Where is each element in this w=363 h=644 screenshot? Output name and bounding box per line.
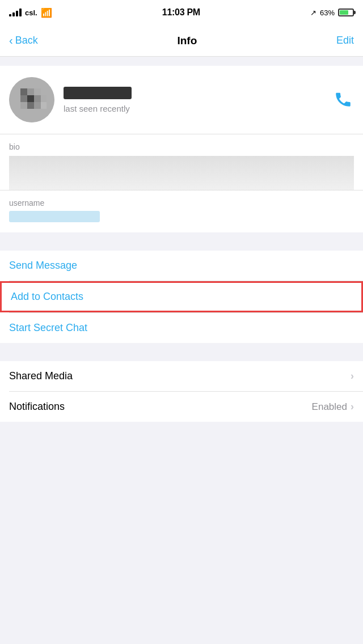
nav-bar: ‹ Back Info Edit <box>0 25 363 57</box>
back-label: Back <box>15 35 38 46</box>
avatar <box>9 77 54 122</box>
svg-rect-10 <box>41 95 47 102</box>
battery-percent: 63% <box>320 9 335 17</box>
profile-left: last seen recently <box>9 77 132 122</box>
start-secret-chat-button[interactable]: Start Secret Chat <box>9 322 87 333</box>
settings-section: Shared Media › Notifications Enabled › <box>0 361 363 422</box>
back-chevron-icon: ‹ <box>9 35 13 46</box>
notifications-row[interactable]: Notifications Enabled › <box>0 392 363 422</box>
svg-rect-8 <box>27 102 34 109</box>
actions-section: Send Message Add to Contacts Start Secre… <box>0 251 363 343</box>
svg-rect-4 <box>20 95 27 102</box>
svg-rect-6 <box>34 95 41 102</box>
notifications-right: Enabled › <box>312 401 354 413</box>
section-gap-2 <box>0 343 363 352</box>
add-to-contacts-button[interactable]: Add to Contacts <box>11 291 83 302</box>
status-bar: csl. 📶 11:03 PM ↗ 63% <box>0 0 363 25</box>
carrier-label: csl. <box>25 9 37 17</box>
svg-rect-1 <box>20 88 27 95</box>
svg-rect-5 <box>27 95 34 102</box>
svg-rect-2 <box>27 88 34 95</box>
avatar-image <box>9 77 54 122</box>
username-section: username <box>0 190 363 232</box>
profile-section: last seen recently <box>0 66 363 134</box>
page-title: Info <box>177 35 197 47</box>
bio-label: bio <box>9 142 354 151</box>
status-time: 11:03 PM <box>162 7 200 18</box>
bio-content <box>9 156 354 190</box>
bio-section: bio <box>0 134 363 190</box>
username-label: username <box>9 198 354 207</box>
shared-media-chevron-icon: › <box>351 370 354 382</box>
start-secret-chat-row[interactable]: Start Secret Chat <box>0 313 363 343</box>
username-row: username <box>0 190 363 232</box>
shared-media-right: › <box>351 370 354 382</box>
svg-rect-7 <box>20 102 27 109</box>
notifications-chevron-icon: › <box>351 401 354 413</box>
notifications-label: Notifications <box>9 401 65 413</box>
back-button[interactable]: ‹ Back <box>9 35 38 46</box>
status-right: ↗ 63% <box>310 9 354 17</box>
call-button[interactable] <box>334 90 354 110</box>
send-message-row[interactable]: Send Message <box>0 251 363 281</box>
profile-info: last seen recently <box>64 87 132 113</box>
signal-icon <box>9 9 22 16</box>
profile-status: last seen recently <box>64 104 132 113</box>
profile-name <box>64 87 132 99</box>
edit-button[interactable]: Edit <box>336 35 354 46</box>
battery-icon <box>338 9 354 16</box>
location-icon: ↗ <box>310 9 316 17</box>
send-message-button[interactable]: Send Message <box>9 260 77 271</box>
section-gap-1 <box>0 232 363 242</box>
shared-media-row[interactable]: Shared Media › <box>0 361 363 391</box>
wifi-icon: 📶 <box>41 7 52 18</box>
svg-rect-11 <box>41 102 47 109</box>
notifications-value: Enabled <box>312 401 347 413</box>
username-value <box>9 211 100 222</box>
svg-rect-9 <box>34 102 41 109</box>
add-to-contacts-row[interactable]: Add to Contacts <box>0 281 363 312</box>
svg-rect-3 <box>34 88 41 95</box>
status-left: csl. 📶 <box>9 7 52 18</box>
shared-media-label: Shared Media <box>9 370 73 382</box>
